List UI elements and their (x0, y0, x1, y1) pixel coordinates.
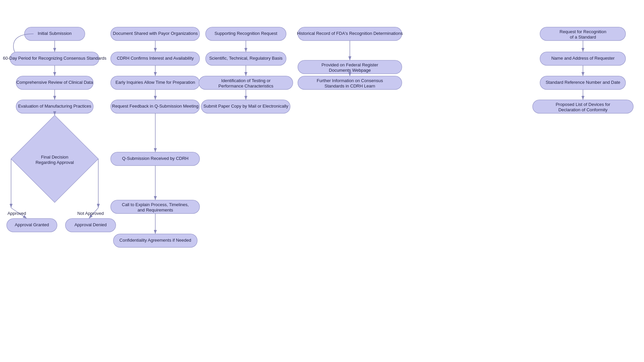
c3-supporting-recognition: Supporting Recognition Request (214, 31, 277, 36)
c2-request-feedback: Request Feedback in Q-Submission Meeting (112, 104, 199, 109)
c3-identification-2: Performance Characteristics (218, 83, 273, 88)
c2-document-shared: Document Shared with Payor Organizations (113, 31, 198, 36)
c3-submit-paper: Submit Paper Copy by Mail or Electronica… (204, 104, 288, 109)
c1-evaluation: Evaluation of Manufacturing Practices (18, 104, 92, 109)
c5-request-recognition-2: of a Standard (570, 35, 596, 40)
c1-approval-denied: Approval Denied (74, 222, 107, 227)
c2-early-inquiries: Early Inquiries Allow Time for Preparati… (115, 80, 195, 85)
c5-request-recognition: Request for Recognition (559, 29, 606, 34)
c1-approval-granted: Approval Granted (15, 222, 49, 227)
c5-proposed-list-2: Declaration of Conformity (558, 107, 608, 112)
c2-cdrh-confirms: CDRH Confirms Interest and Availability (117, 56, 194, 61)
c2-call-explain: Call to Explain Process, Timelines, (122, 202, 189, 207)
c1-60day: 60-Day Period for Recognizing Consensus … (3, 56, 107, 61)
c4-further-info: Further Information on Consensus (317, 78, 383, 83)
not-approved-label: Not Approved (77, 211, 104, 216)
c1-comprehensive-review: Comprehensive Review of Clinical Data (16, 80, 93, 85)
c4-further-info-2: Standards in CDRH Learn (324, 83, 375, 88)
c4-federal-register: Provided on Federal Register (321, 62, 378, 67)
c2-call-explain-2: and Requirements (138, 207, 173, 213)
c3-scientific: Scientific, Technical, Regulatory Basis (209, 56, 283, 61)
approved-label: Approved (7, 211, 26, 216)
c5-name-address: Name and Address of Requester (551, 56, 615, 61)
c5-proposed-list: Proposed List of Devices for (556, 102, 610, 107)
c2-confidentiality: Confidentiality Agreements if Needed (119, 238, 191, 243)
c2-qsubmission-received: Q-Submission Received by CDRH (122, 156, 189, 161)
flowchart: Initial Submission 60-Day Period for Rec… (0, 0, 644, 362)
c1-final-decision-2: Regarding Approval (36, 160, 74, 165)
c1-final-decision: Final Decision (41, 155, 68, 160)
c4-historical-record: Historical Record of FDA's Recognition D… (297, 31, 403, 36)
c3-identification: Identification of Testing or (221, 78, 271, 83)
c1-initial-submission: Initial Submission (38, 31, 71, 36)
c5-standard-ref: Standard Reference Number and Date (546, 80, 621, 85)
c4-federal-register-2: Documents Webpage (329, 68, 371, 73)
